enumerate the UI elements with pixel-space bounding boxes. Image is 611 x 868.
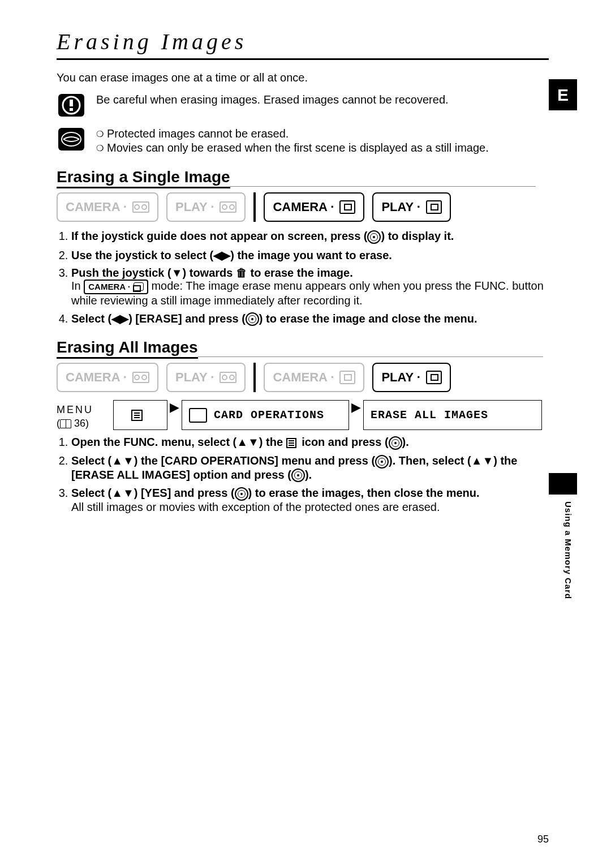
info-list: ❍Protected images cannot be erased. ❍Mov…	[96, 126, 489, 156]
page-number: 95	[537, 833, 549, 845]
step: Open the FUNC. menu, select (▲▼) the ico…	[71, 436, 549, 450]
joystick-center-icon	[291, 469, 305, 482]
single-steps: If the joystick guide does not appear on…	[57, 230, 549, 326]
mode-camera-tape: CAMERA ·	[57, 363, 158, 392]
joystick-center-icon	[235, 487, 248, 501]
joystick-center-icon	[375, 455, 389, 469]
all-steps: Open the FUNC. menu, select (▲▼) the ico…	[57, 436, 549, 514]
info-item: Protected images cannot be erased.	[107, 127, 289, 140]
intro-text: You can erase images one at a time or al…	[57, 71, 549, 84]
section-heading: Erasing a Single Image	[57, 168, 549, 187]
menu-path: MENU ( 36) ▶ CARD OPERATIONS ▶ ERASE ALL…	[57, 400, 549, 430]
warning-icon	[57, 92, 86, 118]
chevron-right-icon: ▶	[351, 400, 361, 430]
page-title: Erasing Images	[57, 28, 549, 60]
info-icon	[57, 126, 86, 152]
camera-card-badge: CAMERA ·	[84, 280, 148, 294]
section-heading: Erasing All Images	[57, 338, 549, 357]
info-item: Movies can only be erased when the first…	[107, 141, 489, 154]
svg-rect-2	[70, 100, 73, 106]
trash-icon: 🗑	[236, 267, 247, 279]
mode-camera-tape: CAMERA ·	[57, 192, 158, 222]
step: If the joystick guide does not appear on…	[71, 230, 549, 244]
mode-play-card: PLAY ·	[372, 192, 450, 222]
step: Use the joystick to select (◀▶) the imag…	[71, 248, 549, 262]
step: Push the joystick (▼) towards 🗑 to erase…	[71, 267, 549, 307]
mode-row-single: CAMERA · PLAY · CAMERA · PLAY ·	[57, 192, 549, 222]
menu-card-ops: CARD OPERATIONS	[182, 400, 349, 430]
menu-root-icon	[113, 400, 167, 430]
warning-text: Be careful when erasing images. Erased i…	[96, 92, 449, 106]
menu-label: MENU	[57, 403, 113, 416]
mode-play-tape: PLAY ·	[166, 192, 246, 222]
step: Select (▲▼) [YES] and press () to erase …	[71, 487, 549, 514]
menu-erase-all: ERASE ALL IMAGES	[363, 400, 542, 430]
step: Select (▲▼) the [CARD OPERATIONS] menu a…	[71, 454, 549, 482]
joystick-center-icon	[367, 230, 381, 244]
mode-play-card: PLAY ·	[372, 363, 450, 392]
mode-play-tape: PLAY ·	[166, 363, 246, 392]
menu-list-icon	[286, 438, 299, 448]
joystick-center-icon	[389, 436, 402, 450]
divider	[253, 192, 256, 222]
mode-camera-card: CAMERA ·	[264, 192, 364, 222]
step: Select (◀▶) [ERASE] and press () to eras…	[71, 312, 549, 326]
language-tab: E	[549, 79, 577, 110]
side-black-bar	[549, 473, 577, 495]
mode-row-all: CAMERA · PLAY · CAMERA · PLAY ·	[57, 363, 549, 392]
divider	[253, 363, 256, 392]
book-icon	[60, 419, 71, 428]
chevron-right-icon: ▶	[170, 400, 179, 430]
joystick-center-icon	[246, 312, 259, 326]
section-label: Using a Memory Card	[563, 501, 573, 599]
mode-camera-card: CAMERA ·	[264, 363, 364, 392]
step-note: All still images or movies with exceptio…	[71, 501, 549, 514]
svg-rect-3	[70, 108, 73, 111]
